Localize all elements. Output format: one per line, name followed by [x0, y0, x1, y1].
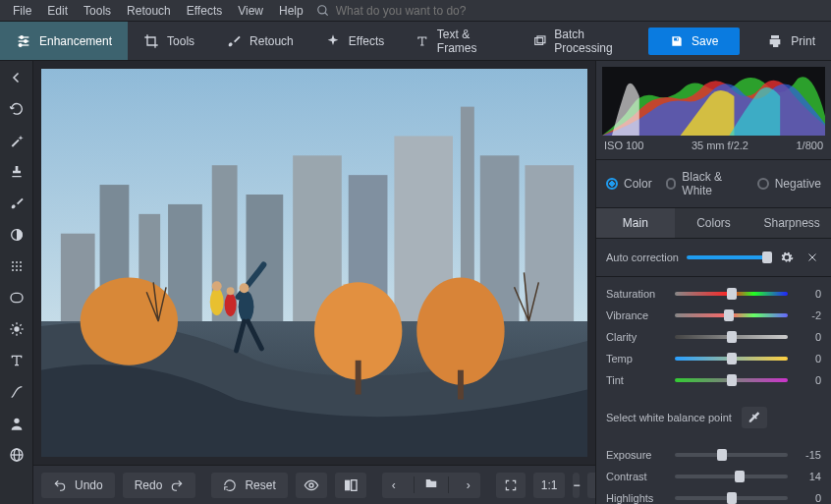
nav-prev[interactable]: ‹: [382, 478, 406, 492]
save-button[interactable]: Save: [648, 28, 740, 55]
slider-thumb[interactable]: [724, 309, 734, 321]
slider-thumb[interactable]: [717, 449, 727, 461]
undo-button[interactable]: Undo: [41, 473, 115, 498]
mode-negative[interactable]: Negative: [757, 177, 821, 191]
rotate-tool[interactable]: [6, 98, 28, 120]
undo-label: Undo: [75, 478, 103, 492]
tab-text-frames[interactable]: Text & Frames: [400, 22, 517, 60]
main-toolbar: Enhancement Tools Retouch Effects Text &…: [0, 22, 831, 61]
photo-meta: ISO 100 35 mm f/2.2 1/800: [596, 138, 831, 160]
nav-group: ‹ ›: [382, 473, 480, 498]
menu-help[interactable]: Help: [272, 2, 310, 20]
white-balance-picker[interactable]: [742, 407, 767, 428]
ratio-label: 1:1: [541, 478, 558, 492]
zoom-out-button[interactable]: −: [573, 473, 580, 498]
svg-point-13: [20, 261, 22, 263]
svg-point-7: [19, 43, 22, 46]
noise-tool[interactable]: [6, 255, 28, 277]
vignette-icon: [9, 290, 25, 306]
svg-point-55: [227, 287, 235, 295]
stamp-tool[interactable]: [6, 161, 28, 183]
tab-main[interactable]: Main: [596, 208, 675, 238]
photo-canvas[interactable]: [41, 69, 587, 457]
menu-effects[interactable]: Effects: [180, 2, 229, 20]
slider-thumb[interactable]: [727, 353, 737, 364]
slider-value: 14: [796, 471, 821, 482]
light-tool[interactable]: [6, 318, 28, 340]
gradient-tool[interactable]: [6, 224, 28, 246]
reset-button[interactable]: Reset: [211, 473, 287, 498]
slider-thumb[interactable]: [727, 492, 737, 504]
redo-button[interactable]: Redo: [123, 473, 196, 498]
vignette-tool[interactable]: [6, 287, 28, 308]
slider-track[interactable]: [675, 335, 788, 339]
print-label: Print: [791, 34, 815, 48]
globe-tool[interactable]: [6, 444, 28, 466]
mode-bw[interactable]: Black & White: [666, 170, 744, 197]
bottom-bar: Undo Redo Reset ‹ › 1:1 − 15%: [33, 465, 595, 504]
auto-correction-slider[interactable]: [687, 255, 770, 259]
tab-batch-label: Batch Processing: [554, 28, 633, 55]
menu-view[interactable]: View: [231, 2, 270, 20]
menu-retouch[interactable]: Retouch: [120, 2, 178, 20]
nav-browse[interactable]: [414, 476, 449, 493]
tab-enhancement[interactable]: Enhancement: [0, 22, 128, 60]
fit-button[interactable]: [496, 473, 526, 498]
right-panel: ISO 100 35 mm f/2.2 1/800 Color Black & …: [595, 61, 831, 504]
color-sliders: Saturation0Vibrance-2Clarity0Temp0Tint0: [596, 277, 831, 401]
slider-thumb[interactable]: [735, 471, 745, 482]
back-button[interactable]: [6, 67, 28, 88]
slider-track[interactable]: [675, 357, 788, 361]
redo-icon: [170, 478, 184, 492]
tab-effects[interactable]: Effects: [309, 22, 400, 60]
slider-value: -15: [796, 449, 821, 461]
slider-label: Temp: [606, 353, 667, 364]
actual-size-button[interactable]: 1:1: [533, 473, 566, 498]
slider-track[interactable]: [675, 292, 788, 296]
meta-shutter: 1/800: [796, 140, 823, 151]
svg-rect-59: [345, 479, 350, 490]
menu-edit[interactable]: Edit: [40, 2, 75, 20]
brush-tool[interactable]: [6, 193, 28, 214]
histogram[interactable]: [602, 67, 825, 136]
svg-point-57: [240, 283, 249, 293]
magic-tool[interactable]: [6, 130, 28, 151]
menu-tools[interactable]: Tools: [77, 2, 118, 20]
auto-close-button[interactable]: [803, 249, 821, 266]
text-icon: [416, 33, 429, 49]
slider-track[interactable]: [675, 453, 788, 457]
tab-tools[interactable]: Tools: [128, 22, 210, 60]
text-tool[interactable]: [6, 350, 28, 371]
auto-settings-button[interactable]: [778, 249, 796, 266]
slider-track[interactable]: [675, 378, 788, 382]
preview-toggle[interactable]: [296, 473, 327, 498]
search-input[interactable]: [336, 4, 532, 18]
print-button[interactable]: Print: [751, 33, 831, 49]
stamp-icon: [9, 164, 25, 180]
slider-track[interactable]: [675, 496, 788, 500]
mode-color[interactable]: Color: [606, 177, 652, 191]
slider-track[interactable]: [675, 475, 788, 478]
curves-tool[interactable]: [6, 381, 28, 403]
grid-dots-icon: [9, 258, 25, 274]
nav-next[interactable]: ›: [457, 478, 480, 492]
gear-icon: [780, 251, 794, 264]
compare-toggle[interactable]: [335, 473, 366, 498]
auto-correction-row: Auto correction: [596, 239, 831, 277]
tab-enhancement-label: Enhancement: [39, 34, 112, 48]
slider-track[interactable]: [675, 313, 788, 317]
tab-retouch[interactable]: Retouch: [210, 22, 309, 60]
slider-thumb[interactable]: [727, 374, 737, 386]
slider-thumb[interactable]: [762, 252, 772, 263]
menu-file[interactable]: File: [6, 2, 38, 20]
svg-line-29: [20, 324, 21, 325]
svg-point-18: [16, 269, 18, 271]
folder-icon: [424, 476, 438, 490]
tab-batch[interactable]: Batch Processing: [518, 22, 648, 60]
profile-tool[interactable]: [6, 413, 28, 434]
tab-colors[interactable]: Colors: [675, 208, 753, 238]
svg-point-12: [16, 261, 18, 263]
slider-thumb[interactable]: [727, 288, 737, 300]
slider-thumb[interactable]: [727, 331, 737, 343]
tab-sharpness[interactable]: Sharpness: [752, 208, 831, 238]
